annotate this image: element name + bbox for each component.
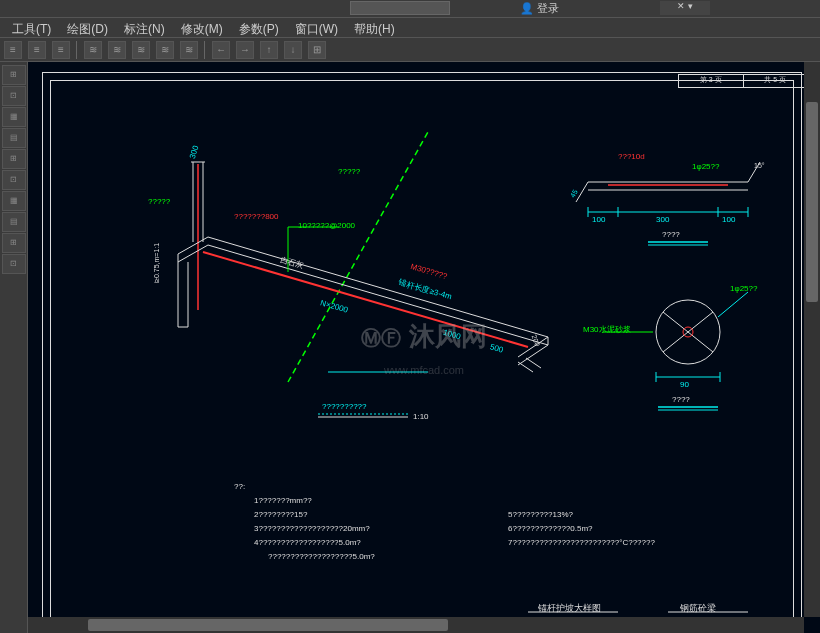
tool-hatch-3[interactable]: ≋ [132,41,150,59]
anchor-10: 10?????@2000 [298,221,355,230]
note-head: ??: [234,482,245,491]
drawing-subtitle2: 钢筋砼梁 [680,602,716,615]
circ-1d25: 1φ25?? [730,284,757,293]
search-input[interactable] [350,1,450,15]
cad-drawing [28,62,818,632]
svg-line-13 [518,362,533,372]
note-5: ???????????????????5.0m? [268,552,375,561]
menu-draw[interactable]: 绘图(D) [61,20,114,39]
tool-move-l[interactable]: ← [212,41,230,59]
login-link[interactable]: 👤 登录 [520,1,559,16]
svg-line-10 [203,252,528,347]
menu-bar: 工具(T) 绘图(D) 标注(N) 修改(M) 参数(P) 窗口(W) 帮助(H… [0,18,820,38]
tool-layer-1[interactable]: ≡ [4,41,22,59]
note-r3: 7????????????????????????°C?????? [508,538,655,547]
sec-100a: 100 [592,215,605,224]
tool-layer-3[interactable]: ≡ [52,41,70,59]
dash-label: ????? [338,167,360,176]
scale-small: ?????????? [322,402,367,411]
svg-line-34 [718,292,748,317]
toolbar-sep-1 [76,41,78,59]
close-panel-button[interactable]: ✕ ▾ [660,1,710,15]
vertical-scrollbar[interactable] [804,62,820,617]
horizontal-scrollbar[interactable] [28,617,804,633]
palette-item[interactable]: ⊞ [2,149,26,169]
svg-line-14 [526,358,541,368]
sec-100b: 100 [722,215,735,224]
tool-hatch-5[interactable]: ≋ [180,41,198,59]
tool-move-d[interactable]: ↓ [284,41,302,59]
sec-1d25a: 1φ25?? [692,162,719,171]
tool-move-r[interactable]: → [236,41,254,59]
note-4: 4??????????????????5.0m? [254,538,361,547]
note-3: 3???????????????????20mm? [254,524,370,533]
scale-ratio: 1:10 [413,412,429,421]
side-palette: ⊞ ⊡ ▦ ▤ ⊞ ⊡ ▦ ▤ ⊞ ⊡ [0,62,28,633]
login-label: 登录 [537,2,559,14]
palette-item[interactable]: ⊞ [2,65,26,85]
canvas-area[interactable]: 第 3 页 共 5 页 [28,62,820,633]
tool-move-u[interactable]: ↑ [260,41,278,59]
note-r1: 5?????????13%? [508,510,573,519]
circ-90: 90 [680,380,689,389]
tool-grid[interactable]: ⊞ [308,41,326,59]
menu-param[interactable]: 参数(P) [233,20,285,39]
menu-window[interactable]: 窗口(W) [289,20,344,39]
palette-item[interactable]: ▤ [2,128,26,148]
note-1: 1???????mm?? [254,496,312,505]
note-2: 2????????15? [254,510,307,519]
menu-help[interactable]: 帮助(H) [348,20,401,39]
workspace: ⊞ ⊡ ▦ ▤ ⊞ ⊡ ▦ ▤ ⊞ ⊡ 第 3 页 共 5 页 [0,62,820,633]
sec-title2: ???? [672,395,690,404]
sec-15: 15° [754,162,765,169]
tool-hatch-2[interactable]: ≋ [108,41,126,59]
drawing-main-title: 锚杆护坡大样图 [538,602,601,615]
drawing-canvas[interactable]: 第 3 页 共 5 页 [28,62,820,633]
vertical-scroll-thumb[interactable] [806,102,818,302]
note-r2: 6?????????????0.5m? [508,524,593,533]
toolbar: ≡ ≡ ≡ ≋ ≋ ≋ ≋ ≋ ← → ↑ ↓ ⊞ [0,38,820,62]
palette-item[interactable]: ⊡ [2,86,26,106]
tool-hatch-4[interactable]: ≋ [156,41,174,59]
palette-item[interactable]: ▦ [2,191,26,211]
menu-dim[interactable]: 标注(N) [118,20,171,39]
person-icon: 👤 [520,2,534,14]
palette-item[interactable]: ▤ [2,212,26,232]
menu-tools[interactable]: 工具(T) [6,20,57,39]
menu-modify[interactable]: 修改(M) [175,20,229,39]
palette-item[interactable]: ⊞ [2,233,26,253]
circ-m30: M30水泥砂浆 [583,324,631,335]
tool-hatch-1[interactable]: ≋ [84,41,102,59]
toolbar-sep-2 [204,41,206,59]
palette-item[interactable]: ⊡ [2,254,26,274]
slope-label: i≥0.75,m=1:1 [153,243,160,284]
sec-300: 300 [656,215,669,224]
title-bar: 👤 登录 ✕ ▾ [0,0,820,18]
tool-layer-2[interactable]: ≡ [28,41,46,59]
left-label: ????? [148,197,170,206]
palette-item[interactable]: ▦ [2,107,26,127]
palette-item[interactable]: ⊡ [2,170,26,190]
sec-10d: ???10d [618,152,645,161]
horizontal-scroll-thumb[interactable] [88,619,448,631]
dim-800: ???????800 [234,212,279,221]
sec-title1: ???? [662,230,680,239]
